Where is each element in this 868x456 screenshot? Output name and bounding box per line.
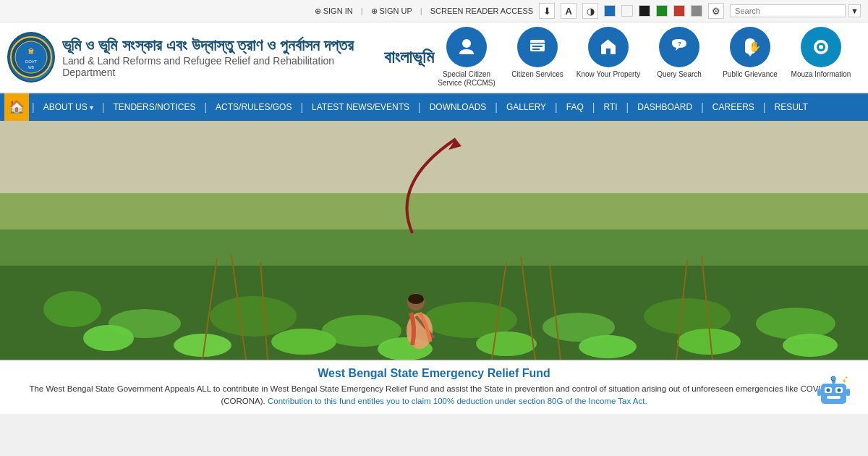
service-grievance[interactable]: ✋ Public Grievance <box>718 27 783 79</box>
property-icon <box>588 27 629 67</box>
search-input[interactable] <box>730 4 846 17</box>
service-query[interactable]: ? Query Search <box>647 27 712 79</box>
color-green[interactable] <box>656 5 668 17</box>
nav-sep-8: | <box>592 101 595 113</box>
site-header: 🏛 GOVT WB ভূমি ও ভূমি সংস্কার এবং উদ্বাস… <box>0 22 868 93</box>
svg-point-52 <box>838 388 841 392</box>
svg-point-30 <box>271 329 336 355</box>
svg-point-20 <box>43 291 101 327</box>
query-label: Query Search <box>657 70 702 79</box>
banglar-bhumi-logo: বাংলাভূমি <box>384 47 434 67</box>
nav-result[interactable]: RESULT <box>768 93 813 121</box>
english-title: Land & Land Reforms and Refugee Relief a… <box>62 55 371 78</box>
color-white[interactable] <box>621 5 633 17</box>
nav-sep-9: | <box>626 101 629 113</box>
font-icon[interactable]: A <box>561 3 576 19</box>
svg-point-46 <box>408 294 424 304</box>
svg-point-35 <box>783 334 838 357</box>
search-dropdown-icon[interactable]: ▼ <box>848 4 861 17</box>
svg-point-15 <box>819 45 823 49</box>
special-citizen-label: Special Citizen Service (RCCMS) <box>434 70 499 88</box>
sign-up-link[interactable]: ⊕ SIGN UP <box>371 7 412 16</box>
banner-link-text[interactable]: Contribution to this fund entitles you t… <box>268 397 647 405</box>
screen-reader-link[interactable]: SCREEN READER ACCESS <box>430 7 533 15</box>
color-gray[interactable] <box>691 5 702 17</box>
main-navigation: 🏠 | ABOUT US ▾ | TENDERS/NOTICES | ACTS/… <box>0 93 868 121</box>
service-icons-area: Special Citizen Service (RCCMS) Citizen … <box>434 27 861 88</box>
svg-point-26 <box>644 298 731 334</box>
svg-text:✋: ✋ <box>749 41 761 53</box>
grievance-icon: ✋ <box>730 27 770 67</box>
service-special-citizen[interactable]: Special Citizen Service (RCCMS) <box>434 27 499 88</box>
banner-text: The West Bengal State Government Appeals… <box>14 383 854 408</box>
svg-point-5 <box>462 39 471 48</box>
nav-tenders[interactable]: TENDERS/NOTICES <box>107 93 201 121</box>
govt-logo: 🏛 GOVT WB <box>7 32 55 83</box>
citizen-icon <box>517 27 558 67</box>
svg-point-51 <box>827 388 830 392</box>
nav-sep-6: | <box>495 101 498 113</box>
nav-downloads[interactable]: DOWNLOADS <box>424 93 493 121</box>
svg-point-29 <box>174 334 231 357</box>
nav-gallery[interactable]: GALLERY <box>501 93 552 121</box>
special-citizen-icon <box>446 27 487 67</box>
contrast-icon[interactable]: ◑ <box>582 3 598 19</box>
bottom-banner: West Bengal State Emergency Relief Fund … <box>0 360 868 414</box>
svg-rect-56 <box>817 389 821 396</box>
svg-rect-57 <box>846 389 850 396</box>
nav-rti[interactable]: RTI <box>597 93 623 121</box>
svg-rect-53 <box>827 396 841 399</box>
service-mouza[interactable]: Mouza Information <box>788 27 854 79</box>
bengali-title: ভূমি ও ভূমি সংস্কার এবং উদ্বাস্তু ত্রাণ … <box>62 36 371 55</box>
color-blue[interactable] <box>604 5 616 17</box>
color-red[interactable] <box>673 5 685 17</box>
color-black[interactable] <box>639 5 650 17</box>
svg-point-55 <box>831 376 835 381</box>
accessibility-icon[interactable]: ⚙ <box>708 3 724 19</box>
svg-text:✦: ✦ <box>844 375 848 380</box>
nav-faq[interactable]: FAQ <box>561 93 590 121</box>
svg-point-28 <box>83 325 134 351</box>
svg-rect-9 <box>532 48 540 50</box>
banner-title: West Bengal State Emergency Relief Fund <box>14 367 854 380</box>
top-utility-bar: ⊕ SIGN IN | ⊕ SIGN UP | SCREEN READER AC… <box>0 0 868 22</box>
mouza-label: Mouza Information <box>791 70 851 79</box>
svg-text:GOVT: GOVT <box>25 59 38 64</box>
nav-latest-news[interactable]: LATEST NEWS/EVENTS <box>306 93 415 121</box>
home-nav-button[interactable]: 🏠 <box>4 93 29 121</box>
svg-point-27 <box>756 308 835 339</box>
hero-banner <box>0 121 868 360</box>
nav-sep-5: | <box>418 101 421 113</box>
nav-sep-3: | <box>204 101 207 113</box>
service-property[interactable]: Know Your Property <box>576 27 641 79</box>
download-icon[interactable]: ⬇ <box>539 3 555 19</box>
nav-acts[interactable]: ACTS/RULES/GOS <box>210 93 297 121</box>
svg-text:🏛: 🏛 <box>28 48 34 55</box>
about-us-dropdown-icon: ▾ <box>90 104 93 111</box>
nav-careers[interactable]: CAREERS <box>707 93 760 121</box>
svg-point-34 <box>677 329 741 355</box>
nav-sep-2: | <box>102 101 105 113</box>
nav-sep-1: | <box>32 101 35 113</box>
mouza-icon <box>801 27 841 67</box>
hero-image <box>0 121 868 360</box>
svg-text:?: ? <box>678 41 681 47</box>
query-icon: ? <box>659 27 699 67</box>
nav-about-us[interactable]: ABOUT US ▾ <box>38 93 99 121</box>
nav-sep-7: | <box>555 101 558 113</box>
robot-chatbot-icon[interactable]: ✦ ✦ <box>814 371 854 410</box>
svg-rect-10 <box>606 48 610 54</box>
svg-text:WB: WB <box>28 65 35 69</box>
service-citizen[interactable]: Citizen Services <box>505 27 570 79</box>
citizen-label: Citizen Services <box>511 70 563 79</box>
svg-point-32 <box>476 332 537 356</box>
sign-in-link[interactable]: ⊕ SIGN IN <box>315 7 353 16</box>
nav-sep-11: | <box>763 101 766 113</box>
svg-rect-48 <box>821 384 846 404</box>
logo-section: 🏛 GOVT WB ভূমি ও ভূমি সংস্কার এবং উদ্বাস… <box>7 32 434 83</box>
header-text-block: ভূমি ও ভূমি সংস্কার এবং উদ্বাস্তু ত্রাণ … <box>62 36 371 78</box>
nav-sep-10: | <box>701 101 704 113</box>
svg-point-33 <box>579 335 637 358</box>
property-label: Know Your Property <box>576 70 640 79</box>
nav-dashboard[interactable]: DASHBOARD <box>631 93 698 121</box>
